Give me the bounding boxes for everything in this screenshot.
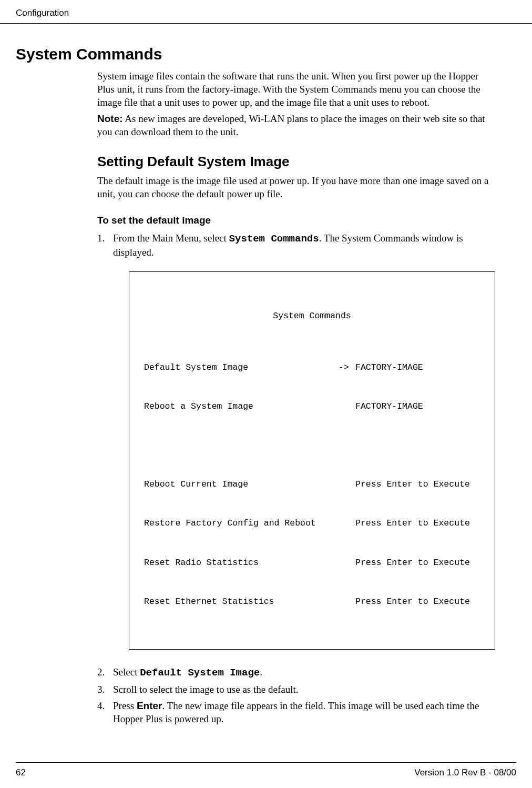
step4-post: . The new image file appears in the fiel… [113,700,479,724]
step4-cmd: Enter [137,700,162,711]
step-1: From the Main Menu, select System Comman… [97,231,495,650]
screen-row: Reboot Current ImagePress Enter to Execu… [144,478,480,491]
step4-pre: Press [113,700,137,711]
step1-cmd: System Commands [229,233,319,245]
system-commands-screen: System Commands Default System Image->FA… [129,271,495,650]
page-content: System Commands System image files conta… [0,44,532,725]
screen-arrow [339,478,355,491]
sub-paragraph: The default image is the image file used… [97,174,495,200]
screen-label: Reset Ethernet Statistics [144,595,339,609]
heading-setting-default: Setting Default System Image [97,153,495,171]
screen-value: Press Enter to Execute [355,557,480,570]
screen-title: System Commands [144,310,480,323]
screen-arrow [339,595,355,609]
page-footer: 62 Version 1.0 Rev B - 08/00 [16,762,516,779]
step2-cmd: Default System Image [140,667,260,679]
screen-value: FACTORY-IMAGE [355,400,480,413]
screen-row: Reset Ethernet StatisticsPress Enter to … [144,595,480,609]
screen-arrow [339,557,355,570]
screen-row: Restore Factory Config and RebootPress E… [144,517,480,530]
heading-to-set: To set the default image [97,214,495,227]
heading-system-commands: System Commands [16,44,495,64]
screen-label: Default System Image [144,361,339,375]
step2-pre: Select [113,666,140,678]
screen-value: Press Enter to Execute [355,595,480,609]
steps-list: From the Main Menu, select System Comman… [97,231,495,725]
screen-row: Reboot a System ImageFACTORY-IMAGE [144,400,480,413]
step1-mid: select [201,233,229,244]
screen-row: Reset Radio StatisticsPress Enter to Exe… [144,557,480,570]
step2-post: . [260,666,262,678]
screen-value: FACTORY-IMAGE [355,361,480,375]
step1-pre: From the Main Menu [113,233,199,244]
step-3: Scroll to select the image to use as the… [97,683,495,696]
screen-label: Reboot Current Image [144,478,339,491]
note-text: As new images are developed, Wi-LAN plan… [97,113,485,137]
page-header: Configuration [0,0,532,24]
screen-arrow [339,517,355,530]
intro-paragraph: System image files contain the software … [97,69,495,109]
screen-value: Press Enter to Execute [355,478,480,491]
screen-spacer [144,440,480,452]
body-block: System image files contain the software … [97,69,495,725]
step-4: Press Enter. The new image file appears … [97,699,495,725]
screen-row: Default System Image->FACTORY-IMAGE [144,361,480,375]
note-paragraph: Note: As new images are developed, Wi-LA… [97,112,495,138]
header-section-name: Configuration [16,7,69,19]
page-number: 62 [16,767,26,779]
screen-label: Reset Radio Statistics [144,557,339,570]
screen-arrow [339,400,355,413]
note-label: Note: [97,113,123,124]
screen-label: Restore Factory Config and Reboot [144,517,339,530]
step-2: Select Default System Image. [97,665,495,680]
version-string: Version 1.0 Rev B - 08/00 [414,767,516,779]
screen-label: Reboot a System Image [144,400,339,413]
screen-value: Press Enter to Execute [355,517,480,530]
screen-arrow: -> [339,361,355,375]
